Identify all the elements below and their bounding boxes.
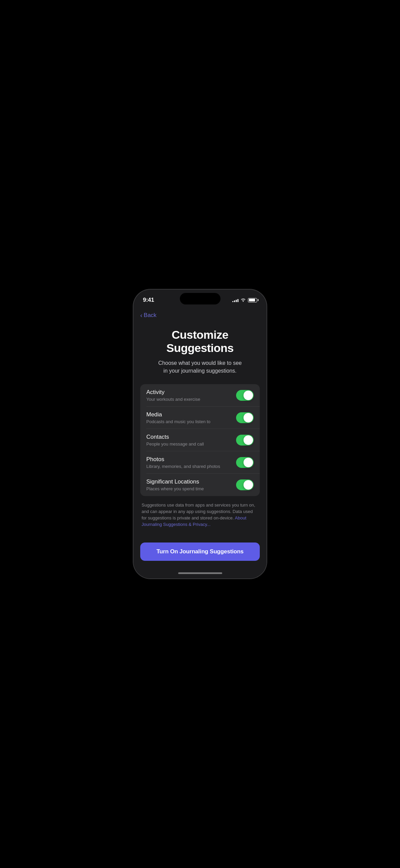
- photos-toggle[interactable]: [236, 457, 254, 468]
- battery-icon: [248, 298, 257, 302]
- significant-locations-text: Significant Locations Places where you s…: [146, 478, 236, 491]
- nav-bar: ‹ Back: [133, 308, 267, 321]
- activity-row: Activity Your workouts and exercise: [140, 384, 260, 407]
- media-row: Media Podcasts and music you listen to: [140, 407, 260, 429]
- back-button[interactable]: ‹ Back: [140, 311, 156, 320]
- significant-locations-subtitle: Places where you spend time: [146, 486, 236, 491]
- cta-button[interactable]: Turn On Journaling Suggestions: [140, 542, 260, 561]
- status-time: 9:41: [143, 297, 154, 303]
- contacts-text: Contacts People you message and call: [146, 434, 236, 447]
- media-toggle-knob: [244, 413, 253, 422]
- signal-icon: [232, 298, 238, 302]
- page-subtitle: Choose what you would like to see in you…: [144, 359, 256, 375]
- photos-row: Photos Library, memories, and shared pho…: [140, 451, 260, 474]
- contacts-title: Contacts: [146, 434, 236, 440]
- bottom-area: Turn On Journaling Suggestions: [133, 538, 267, 568]
- dynamic-island: [180, 293, 220, 304]
- status-icons: [232, 297, 257, 303]
- home-indicator: [133, 568, 267, 578]
- contacts-row: Contacts People you message and call: [140, 429, 260, 451]
- home-bar: [178, 572, 222, 574]
- photos-subtitle: Library, memories, and shared photos: [146, 464, 236, 469]
- activity-toggle-knob: [244, 391, 253, 400]
- photos-text: Photos Library, memories, and shared pho…: [146, 456, 236, 469]
- significant-locations-toggle[interactable]: [236, 479, 254, 490]
- page-title: Customize Suggestions: [144, 328, 256, 355]
- privacy-note: Suggestions use data from apps and servi…: [140, 501, 260, 534]
- photos-title: Photos: [146, 456, 236, 463]
- media-toggle[interactable]: [236, 412, 254, 423]
- activity-toggle[interactable]: [236, 390, 254, 401]
- phone-frame: 9:41 ‹ Back: [133, 290, 267, 578]
- contacts-subtitle: People you message and call: [146, 441, 236, 447]
- significant-locations-row: Significant Locations Places where you s…: [140, 474, 260, 496]
- significant-locations-title: Significant Locations: [146, 478, 236, 485]
- contacts-toggle-knob: [244, 435, 253, 445]
- scroll-area[interactable]: Customize Suggestions Choose what you wo…: [133, 321, 267, 538]
- wifi-icon: [240, 297, 246, 303]
- battery-fill: [249, 299, 255, 301]
- activity-subtitle: Your workouts and exercise: [146, 397, 236, 402]
- media-text: Media Podcasts and music you listen to: [146, 411, 236, 424]
- settings-card: Activity Your workouts and exercise Medi…: [140, 384, 260, 496]
- activity-text: Activity Your workouts and exercise: [146, 389, 236, 402]
- media-title: Media: [146, 411, 236, 418]
- back-label: Back: [144, 312, 156, 319]
- significant-locations-toggle-knob: [244, 480, 253, 490]
- photos-toggle-knob: [244, 458, 253, 467]
- contacts-toggle[interactable]: [236, 435, 254, 446]
- media-subtitle: Podcasts and music you listen to: [146, 419, 236, 424]
- back-chevron-icon: ‹: [140, 312, 142, 318]
- content-area: ‹ Back Customize Suggestions Choose what…: [133, 308, 267, 568]
- page-header: Customize Suggestions Choose what you wo…: [140, 321, 260, 384]
- activity-title: Activity: [146, 389, 236, 396]
